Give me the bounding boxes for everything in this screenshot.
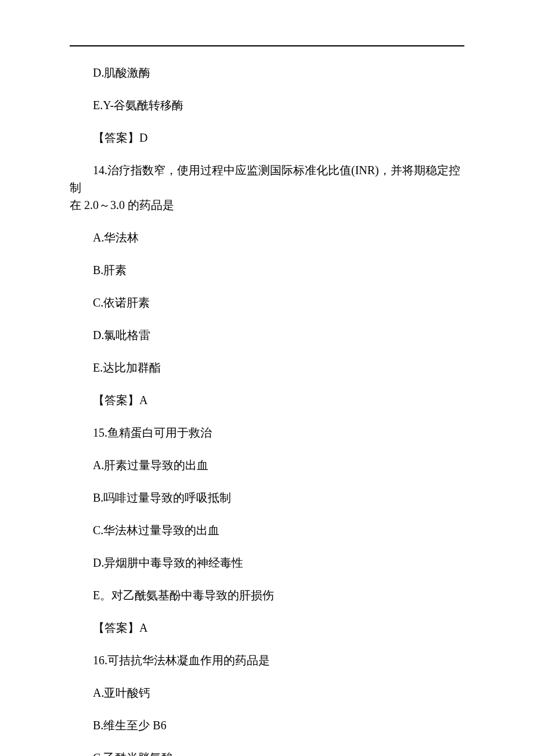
option-b: B.肝素 [70,261,464,279]
answer-label: 【答案】D [70,129,464,146]
option-d: D.氯吡格雷 [70,326,464,344]
option-e: E。对乙酰氨基酚中毒导致的肝损伤 [70,586,464,604]
question-14-line1: 14.治疗指数窄，使用过程中应监测国际标准化比值(INR)，并将期稳定控制 [70,164,460,194]
option-a: A.肝素过量导致的出血 [70,456,464,474]
option-c: C.依诺肝素 [70,294,464,311]
question-15: 15.鱼精蛋白可用于救治 [70,424,464,441]
option-c: C.华法林过量导致的出血 [70,521,464,539]
answer-label: 【答案】A [70,619,464,636]
option-b: B.维生至少 B6 [70,717,464,734]
question-14-line2: 在 2.0～3.0 的药品是 [70,196,464,214]
question-14: 14.治疗指数窄，使用过程中应监测国际标准化比值(INR)，并将期稳定控制 在 … [70,161,464,214]
option-e: E.达比加群酯 [70,359,464,376]
option-c: C.乙酰半胱氨酸 [70,749,464,756]
question-16: 16.可拮抗华法林凝血作用的药品是 [70,651,464,669]
option-e: E.Y-谷氨酰转移酶 [70,96,464,114]
option-d: D.异烟肼中毒导致的神经毒性 [70,554,464,571]
document-page: D.肌酸激酶 E.Y-谷氨酰转移酶 【答案】D 14.治疗指数窄，使用过程中应监… [0,0,534,756]
option-b: B.吗啡过量导致的呼吸抵制 [70,489,464,506]
header-rule [70,45,464,46]
option-a: A.亚叶酸钙 [70,684,464,701]
answer-label: 【答案】A [70,391,464,409]
option-d: D.肌酸激酶 [70,64,464,81]
option-a: A.华法林 [70,229,464,246]
